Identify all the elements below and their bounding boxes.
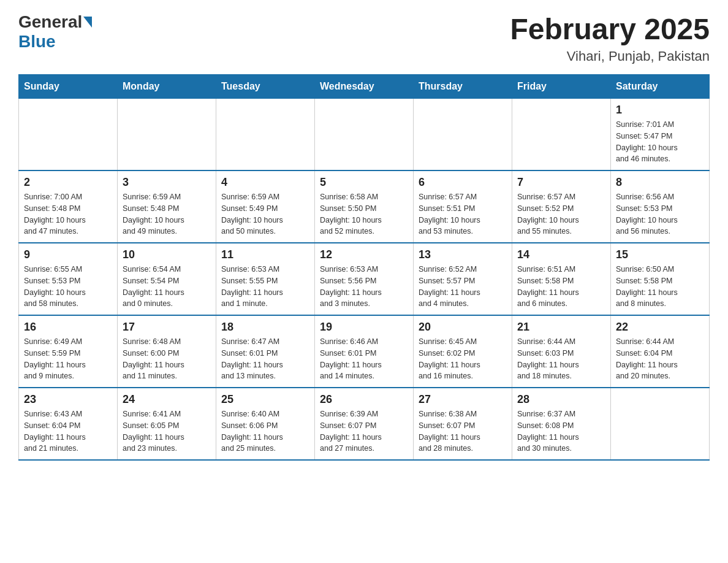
- day-number: 8: [616, 176, 704, 189]
- calendar-day-cell: 9Sunrise: 6:55 AM Sunset: 5:53 PM Daylig…: [19, 243, 118, 315]
- weekday-header-tuesday: Tuesday: [216, 75, 315, 99]
- calendar-subtitle: Vihari, Punjab, Pakistan: [510, 48, 710, 64]
- day-info: Sunrise: 6:40 AM Sunset: 6:06 PM Dayligh…: [221, 408, 309, 454]
- logo-arrow-icon: [83, 17, 92, 28]
- calendar-day-cell: 17Sunrise: 6:48 AM Sunset: 6:00 PM Dayli…: [118, 315, 216, 388]
- day-number: 11: [221, 248, 309, 261]
- day-info: Sunrise: 6:57 AM Sunset: 5:52 PM Dayligh…: [517, 191, 605, 237]
- day-info: Sunrise: 7:01 AM Sunset: 5:47 PM Dayligh…: [616, 119, 704, 165]
- day-info: Sunrise: 6:51 AM Sunset: 5:58 PM Dayligh…: [517, 264, 605, 310]
- weekday-header-friday: Friday: [512, 75, 611, 99]
- calendar-day-cell: 11Sunrise: 6:53 AM Sunset: 5:55 PM Dayli…: [216, 243, 315, 315]
- logo-general-text: General: [18, 12, 82, 32]
- calendar-day-cell: 25Sunrise: 6:40 AM Sunset: 6:06 PM Dayli…: [216, 388, 315, 460]
- calendar-week-row: 2Sunrise: 7:00 AM Sunset: 5:48 PM Daylig…: [19, 170, 710, 243]
- calendar-day-cell: 5Sunrise: 6:58 AM Sunset: 5:50 PM Daylig…: [315, 170, 414, 243]
- calendar-day-cell: 10Sunrise: 6:54 AM Sunset: 5:54 PM Dayli…: [118, 243, 216, 315]
- calendar-day-cell: 12Sunrise: 6:53 AM Sunset: 5:56 PM Dayli…: [315, 243, 414, 315]
- calendar-day-cell: [512, 99, 611, 171]
- day-info: Sunrise: 6:49 AM Sunset: 5:59 PM Dayligh…: [24, 336, 112, 382]
- day-number: 19: [320, 321, 408, 334]
- day-info: Sunrise: 6:56 AM Sunset: 5:53 PM Dayligh…: [616, 191, 704, 237]
- day-info: Sunrise: 6:53 AM Sunset: 5:55 PM Dayligh…: [221, 264, 309, 310]
- day-info: Sunrise: 6:50 AM Sunset: 5:58 PM Dayligh…: [616, 264, 704, 310]
- weekday-header-thursday: Thursday: [414, 75, 512, 99]
- day-info: Sunrise: 6:48 AM Sunset: 6:00 PM Dayligh…: [123, 336, 211, 382]
- page-header: General Blue February 2025 Vihari, Punja…: [18, 12, 710, 64]
- day-number: 16: [24, 321, 112, 334]
- calendar-day-cell: 7Sunrise: 6:57 AM Sunset: 5:52 PM Daylig…: [512, 170, 611, 243]
- calendar-day-cell: [315, 99, 414, 171]
- weekday-header-monday: Monday: [118, 75, 216, 99]
- calendar-day-cell: 20Sunrise: 6:45 AM Sunset: 6:02 PM Dayli…: [414, 315, 512, 388]
- day-info: Sunrise: 6:54 AM Sunset: 5:54 PM Dayligh…: [123, 264, 211, 310]
- logo: General Blue: [18, 12, 93, 52]
- day-number: 25: [221, 393, 309, 406]
- day-info: Sunrise: 6:53 AM Sunset: 5:56 PM Dayligh…: [320, 264, 408, 310]
- calendar-day-cell: [216, 99, 315, 171]
- calendar-day-cell: 2Sunrise: 7:00 AM Sunset: 5:48 PM Daylig…: [19, 170, 118, 243]
- day-number: 13: [419, 248, 507, 261]
- calendar-day-cell: 22Sunrise: 6:44 AM Sunset: 6:04 PM Dayli…: [611, 315, 710, 388]
- day-number: 22: [616, 321, 704, 334]
- day-info: Sunrise: 7:00 AM Sunset: 5:48 PM Dayligh…: [24, 191, 112, 237]
- day-info: Sunrise: 6:44 AM Sunset: 6:04 PM Dayligh…: [616, 336, 704, 382]
- calendar-day-cell: 3Sunrise: 6:59 AM Sunset: 5:48 PM Daylig…: [118, 170, 216, 243]
- day-number: 5: [320, 176, 408, 189]
- day-number: 17: [123, 321, 211, 334]
- day-info: Sunrise: 6:57 AM Sunset: 5:51 PM Dayligh…: [419, 191, 507, 237]
- calendar-day-cell: 28Sunrise: 6:37 AM Sunset: 6:08 PM Dayli…: [512, 388, 611, 460]
- day-info: Sunrise: 6:58 AM Sunset: 5:50 PM Dayligh…: [320, 191, 408, 237]
- day-info: Sunrise: 6:52 AM Sunset: 5:57 PM Dayligh…: [419, 264, 507, 310]
- title-block: February 2025 Vihari, Punjab, Pakistan: [510, 12, 710, 64]
- day-number: 26: [320, 393, 408, 406]
- day-info: Sunrise: 6:46 AM Sunset: 6:01 PM Dayligh…: [320, 336, 408, 382]
- day-number: 9: [24, 248, 112, 261]
- calendar-day-cell: 24Sunrise: 6:41 AM Sunset: 6:05 PM Dayli…: [118, 388, 216, 460]
- day-number: 18: [221, 321, 309, 334]
- logo-blue-text: Blue: [18, 32, 56, 51]
- calendar-week-row: 1Sunrise: 7:01 AM Sunset: 5:47 PM Daylig…: [19, 99, 710, 171]
- day-info: Sunrise: 6:38 AM Sunset: 6:07 PM Dayligh…: [419, 408, 507, 454]
- day-info: Sunrise: 6:37 AM Sunset: 6:08 PM Dayligh…: [517, 408, 605, 454]
- day-number: 24: [123, 393, 211, 406]
- day-info: Sunrise: 6:59 AM Sunset: 5:48 PM Dayligh…: [123, 191, 211, 237]
- day-number: 6: [419, 176, 507, 189]
- day-info: Sunrise: 6:47 AM Sunset: 6:01 PM Dayligh…: [221, 336, 309, 382]
- calendar-day-cell: 27Sunrise: 6:38 AM Sunset: 6:07 PM Dayli…: [414, 388, 512, 460]
- day-number: 15: [616, 248, 704, 261]
- day-number: 3: [123, 176, 211, 189]
- calendar-day-cell: 16Sunrise: 6:49 AM Sunset: 5:59 PM Dayli…: [19, 315, 118, 388]
- day-number: 10: [123, 248, 211, 261]
- calendar-day-cell: 26Sunrise: 6:39 AM Sunset: 6:07 PM Dayli…: [315, 388, 414, 460]
- calendar-day-cell: [118, 99, 216, 171]
- day-number: 12: [320, 248, 408, 261]
- calendar-title: February 2025: [510, 12, 710, 46]
- calendar-day-cell: 15Sunrise: 6:50 AM Sunset: 5:58 PM Dayli…: [611, 243, 710, 315]
- calendar-day-cell: [19, 99, 118, 171]
- weekday-header-wednesday: Wednesday: [315, 75, 414, 99]
- day-number: 1: [616, 104, 704, 117]
- calendar-day-cell: 21Sunrise: 6:44 AM Sunset: 6:03 PM Dayli…: [512, 315, 611, 388]
- calendar-day-cell: 23Sunrise: 6:43 AM Sunset: 6:04 PM Dayli…: [19, 388, 118, 460]
- calendar-day-cell: 6Sunrise: 6:57 AM Sunset: 5:51 PM Daylig…: [414, 170, 512, 243]
- day-info: Sunrise: 6:39 AM Sunset: 6:07 PM Dayligh…: [320, 408, 408, 454]
- calendar-day-cell: 18Sunrise: 6:47 AM Sunset: 6:01 PM Dayli…: [216, 315, 315, 388]
- weekday-header-row: SundayMondayTuesdayWednesdayThursdayFrid…: [19, 75, 710, 99]
- day-info: Sunrise: 6:41 AM Sunset: 6:05 PM Dayligh…: [123, 408, 211, 454]
- calendar-day-cell: [611, 388, 710, 460]
- day-number: 14: [517, 248, 605, 261]
- calendar-table: SundayMondayTuesdayWednesdayThursdayFrid…: [18, 74, 710, 461]
- day-number: 28: [517, 393, 605, 406]
- day-number: 20: [419, 321, 507, 334]
- calendar-day-cell: 1Sunrise: 7:01 AM Sunset: 5:47 PM Daylig…: [611, 99, 710, 171]
- calendar-week-row: 16Sunrise: 6:49 AM Sunset: 5:59 PM Dayli…: [19, 315, 710, 388]
- day-info: Sunrise: 6:59 AM Sunset: 5:49 PM Dayligh…: [221, 191, 309, 237]
- day-number: 4: [221, 176, 309, 189]
- calendar-day-cell: 14Sunrise: 6:51 AM Sunset: 5:58 PM Dayli…: [512, 243, 611, 315]
- day-number: 2: [24, 176, 112, 189]
- calendar-day-cell: 19Sunrise: 6:46 AM Sunset: 6:01 PM Dayli…: [315, 315, 414, 388]
- calendar-day-cell: [414, 99, 512, 171]
- day-info: Sunrise: 6:44 AM Sunset: 6:03 PM Dayligh…: [517, 336, 605, 382]
- weekday-header-sunday: Sunday: [19, 75, 118, 99]
